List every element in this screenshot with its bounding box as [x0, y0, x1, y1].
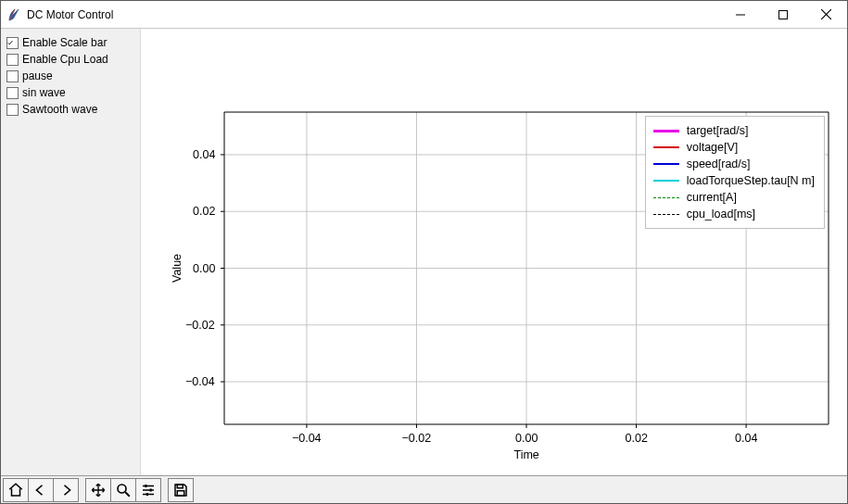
- checkbox-icon: [6, 104, 19, 116]
- checkbox-icon: [6, 87, 19, 99]
- svg-rect-35: [146, 493, 148, 496]
- legend-label: voltage[V]: [687, 139, 739, 156]
- checkbox-enable-cpu-load[interactable]: Enable Cpu Load: [6, 51, 134, 68]
- toolbar-back-button[interactable]: [28, 478, 54, 502]
- tick-label: 0.02: [626, 432, 648, 445]
- titlebar: DC Motor Control: [1, 1, 847, 29]
- toolbar-forward-button[interactable]: [53, 478, 79, 502]
- tick-label: 0.04: [735, 432, 757, 445]
- tick-label: 0.04: [193, 148, 215, 161]
- legend: target[rad/s]voltage[V]speed[rad/s]loadT…: [645, 116, 825, 229]
- toolbar-zoom-button[interactable]: [110, 478, 136, 502]
- tick-label: 0.02: [193, 205, 215, 218]
- checkbox-label: pause: [22, 69, 53, 82]
- legend-item: current[A]: [653, 189, 815, 206]
- toolbar-pan-button[interactable]: [85, 478, 111, 502]
- window-title: DC Motor Control: [27, 8, 113, 21]
- checkbox-icon: [6, 37, 19, 49]
- legend-swatch: [653, 197, 679, 198]
- window-maximize-button[interactable]: [762, 1, 804, 28]
- plot-canvas[interactable]: −0.04−0.020.000.020.04−0.04−0.020.000.02…: [141, 29, 847, 475]
- tick-label: −0.04: [292, 432, 322, 445]
- legend-swatch: [653, 146, 679, 148]
- legend-label: current[A]: [687, 189, 737, 206]
- sidebar: Enable Scale bar Enable Cpu Load pause s…: [1, 29, 140, 475]
- svg-rect-33: [145, 485, 146, 487]
- svg-line-29: [125, 492, 130, 497]
- checkbox-enable-scale-bar[interactable]: Enable Scale bar: [6, 34, 134, 51]
- svg-rect-36: [177, 485, 183, 488]
- app-window: DC Motor Control Enable Scale bar: [0, 0, 848, 504]
- legend-label: target[rad/s]: [687, 122, 749, 139]
- checkbox-sin-wave[interactable]: sin wave: [6, 84, 134, 101]
- svg-rect-34: [150, 488, 152, 491]
- svg-point-28: [118, 485, 126, 493]
- checkbox-icon: [6, 54, 19, 66]
- checkbox-label: sin wave: [22, 86, 66, 99]
- checkbox-icon: [6, 70, 19, 82]
- tick-label: 0.00: [193, 262, 215, 275]
- legend-swatch: [653, 163, 679, 165]
- x-axis-label: Time: [514, 448, 539, 461]
- checkbox-label: Enable Cpu Load: [22, 53, 108, 66]
- legend-item: voltage[V]: [653, 139, 815, 156]
- toolbar-configure-button[interactable]: [135, 478, 161, 502]
- legend-item: speed[rad/s]: [653, 156, 815, 172]
- body: Enable Scale bar Enable Cpu Load pause s…: [1, 29, 847, 475]
- legend-item: cpu_load[ms]: [653, 206, 815, 222]
- legend-swatch: [653, 180, 679, 182]
- svg-rect-37: [177, 490, 184, 495]
- app-icon: [6, 7, 21, 22]
- legend-swatch: [653, 214, 679, 215]
- legend-item: target[rad/s]: [653, 122, 815, 139]
- svg-rect-1: [779, 10, 788, 19]
- legend-label: loadTorqueStep.tau[N m]: [687, 172, 815, 189]
- checkbox-sawtooth-wave[interactable]: Sawtooth wave: [6, 101, 134, 118]
- plot-panel: −0.04−0.020.000.020.04−0.04−0.020.000.02…: [140, 29, 847, 475]
- tick-label: −0.04: [185, 375, 215, 388]
- plot-toolbar: [1, 475, 847, 503]
- tick-label: −0.02: [401, 432, 431, 445]
- checkbox-pause[interactable]: pause: [6, 68, 134, 84]
- tick-label: 0.00: [515, 432, 538, 445]
- legend-label: cpu_load[ms]: [687, 206, 755, 222]
- legend-label: speed[rad/s]: [687, 156, 751, 172]
- window-close-button[interactable]: [804, 1, 847, 28]
- tick-label: −0.02: [185, 319, 215, 332]
- toolbar-home-button[interactable]: [3, 478, 29, 502]
- checkbox-label: Sawtooth wave: [22, 103, 97, 116]
- checkbox-label: Enable Scale bar: [22, 36, 107, 49]
- window-minimize-button[interactable]: [719, 1, 762, 28]
- y-axis-label: Value: [171, 254, 184, 283]
- legend-item: loadTorqueStep.tau[N m]: [653, 172, 815, 189]
- legend-swatch: [653, 130, 679, 132]
- toolbar-save-button[interactable]: [168, 478, 194, 502]
